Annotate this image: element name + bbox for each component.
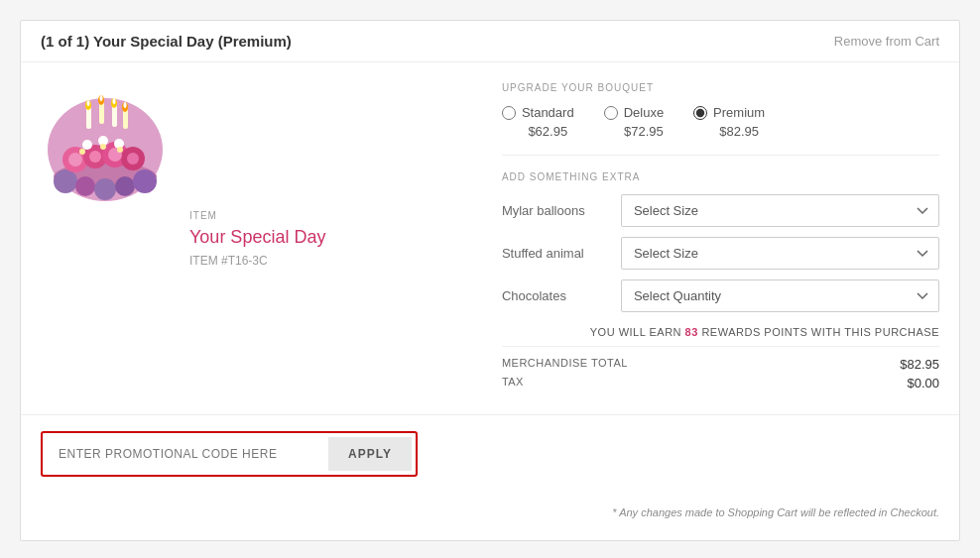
upgrade-label: UPGRADE YOUR BOUQUET (502, 82, 939, 93)
rewards-row: YOU WILL EARN 83 REWARDS POINTS WITH THI… (502, 326, 939, 338)
svg-rect-21 (86, 107, 91, 129)
rewards-points: 83 (685, 326, 698, 338)
svg-point-15 (82, 140, 92, 150)
option-premium-label: Premium (713, 105, 765, 120)
svg-rect-22 (99, 102, 104, 124)
svg-point-4 (94, 178, 116, 200)
promo-wrapper: APPLY (41, 431, 418, 477)
svg-point-32 (124, 102, 127, 108)
cart-footer: APPLY (21, 414, 959, 493)
option-deluxe-price: $72.95 (624, 124, 664, 139)
extra-chocolates-label: Chocolates (502, 288, 611, 303)
extra-chocolates-select[interactable]: Select Quantity (621, 279, 939, 312)
svg-rect-23 (112, 105, 117, 127)
extra-row-chocolates: Chocolates Select Quantity (502, 279, 939, 312)
merchandise-value: $82.95 (900, 357, 939, 372)
bouquet-options: Standard $62.95 Deluxe $72.95 (502, 105, 939, 156)
svg-point-31 (113, 98, 116, 104)
total-row-tax: TAX $0.00 (502, 376, 939, 391)
extra-row-stuffed: Stuffed animal Select Size (502, 237, 939, 270)
merchandise-label: MERCHANDISE TOTAL (502, 357, 628, 372)
option-standard-label: Standard (522, 105, 574, 120)
extra-balloons-label: Mylar balloons (502, 203, 611, 218)
totals-section: MERCHANDISE TOTAL $82.95 TAX $0.00 (502, 346, 939, 391)
radio-premium[interactable] (693, 106, 707, 120)
note-section: * Any changes made to Shopping Cart will… (21, 493, 959, 540)
rewards-text-before: YOU WILL EARN (590, 326, 685, 338)
svg-rect-24 (123, 109, 128, 129)
svg-point-30 (100, 95, 103, 101)
product-image (41, 82, 170, 211)
svg-point-11 (68, 153, 82, 167)
extra-row-balloons: Mylar balloons Select Size (502, 194, 939, 227)
extras-section: ADD SOMETHING EXTRA Mylar balloons Selec… (502, 171, 939, 312)
product-info: ITEM Your Special Day ITEM #T16-3C (189, 82, 325, 394)
svg-point-12 (89, 151, 101, 163)
option-premium-price: $82.95 (719, 124, 759, 139)
bouquet-option-premium: Premium $82.95 (693, 105, 765, 139)
svg-point-19 (100, 144, 106, 150)
total-row-merchandise: MERCHANDISE TOTAL $82.95 (502, 357, 939, 372)
svg-point-2 (54, 169, 77, 193)
svg-point-20 (117, 147, 123, 153)
svg-point-18 (79, 149, 85, 155)
option-standard-price: $62.95 (528, 124, 567, 139)
cart-header: (1 of 1) Your Special Day (Premium) Remo… (21, 21, 959, 62)
extra-stuffed-label: Stuffed animal (502, 246, 611, 261)
tax-label: TAX (502, 376, 524, 391)
option-deluxe-label: Deluxe (624, 105, 664, 120)
cart-title: (1 of 1) Your Special Day (Premium) (41, 33, 292, 50)
promo-code-input[interactable] (47, 437, 328, 471)
svg-point-29 (87, 100, 90, 106)
note-text: * Any changes made to Shopping Cart will… (612, 506, 939, 518)
product-name: Your Special Day (189, 227, 325, 248)
upgrade-section: UPGRADE YOUR BOUQUET Standard $62.95 De (502, 82, 939, 394)
radio-standard[interactable] (502, 106, 516, 120)
cart-container: (1 of 1) Your Special Day (Premium) Remo… (20, 20, 960, 541)
svg-point-6 (133, 169, 157, 193)
product-section: ITEM Your Special Day ITEM #T16-3C (41, 82, 472, 394)
radio-deluxe[interactable] (604, 106, 618, 120)
tax-value: $0.00 (907, 376, 939, 391)
bouquet-option-standard: Standard $62.95 (502, 105, 574, 139)
rewards-text-after: REWARDS POINTS WITH THIS PURCHASE (698, 326, 939, 338)
apply-promo-button[interactable]: APPLY (328, 437, 412, 471)
svg-point-3 (75, 176, 95, 196)
cart-body: ITEM Your Special Day ITEM #T16-3C UPGRA… (21, 62, 959, 414)
svg-point-14 (127, 153, 139, 165)
bouquet-option-deluxe: Deluxe $72.95 (604, 105, 664, 139)
extras-label: ADD SOMETHING EXTRA (502, 171, 939, 182)
product-sku: ITEM #T16-3C (189, 254, 325, 268)
product-item-label: ITEM (189, 210, 325, 221)
extra-balloons-select[interactable]: Select Size (621, 194, 939, 227)
extra-stuffed-select[interactable]: Select Size (621, 237, 939, 270)
remove-from-cart-link[interactable]: Remove from Cart (834, 34, 939, 49)
svg-point-5 (115, 176, 135, 196)
